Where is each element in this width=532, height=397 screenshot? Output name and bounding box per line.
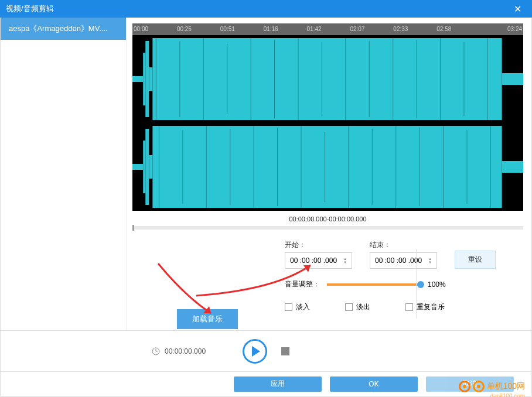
tick: 00:51	[219, 23, 262, 35]
volume-row: 音量调整： 100%	[132, 269, 523, 289]
watermark-url: danji100.com	[490, 393, 525, 397]
svg-rect-4	[149, 67, 152, 91]
sidebar: aespa《Armageddon》MV....	[1, 18, 127, 330]
divider	[416, 249, 417, 319]
fade-in-checkbox[interactable]: 淡入	[285, 302, 310, 312]
logo-icon	[473, 381, 485, 392]
volume-slider[interactable]	[327, 283, 421, 286]
ok-button[interactable]: OK	[330, 377, 418, 392]
tick: 03:24	[479, 23, 523, 35]
checkbox-icon	[345, 303, 353, 311]
main-area: aespa《Armageddon》MV.... 00:00 00:25 00:5…	[0, 18, 532, 331]
start-time-input[interactable]: 00 :00 :00 .000 ▲▼	[285, 252, 352, 269]
tick: 01:16	[262, 23, 306, 35]
titlebar: 视频/音频剪辑 ✕	[0, 0, 532, 18]
tick: 02:33	[392, 23, 435, 35]
content-area: 00:00 00:25 00:51 01:16 01:42 02:07 02:3…	[127, 18, 531, 330]
svg-rect-27	[152, 126, 502, 208]
tick: 00:25	[176, 23, 219, 35]
end-label: 结束：	[370, 240, 437, 250]
seek-bar[interactable]	[132, 226, 523, 230]
svg-rect-25	[145, 129, 149, 205]
checkbox-icon	[405, 303, 413, 311]
svg-rect-3	[145, 41, 149, 117]
tick: 02:07	[349, 23, 392, 35]
start-time-group: 开始： 00 :00 :00 .000 ▲▼	[285, 240, 352, 269]
reset-button[interactable]: 重设	[455, 251, 496, 269]
slider-thumb-icon[interactable]	[417, 281, 424, 288]
load-music-button[interactable]: 加载音乐	[177, 309, 238, 329]
svg-rect-5	[152, 38, 502, 120]
clock-icon	[152, 347, 160, 355]
waveform-right	[132, 123, 523, 211]
volume-percent: 100%	[428, 280, 446, 289]
waveform-left	[132, 35, 523, 123]
timeline-ruler[interactable]: 00:00 00:25 00:51 01:16 01:42 02:07 02:3…	[132, 23, 523, 35]
start-label: 开始：	[285, 240, 352, 250]
svg-rect-21	[502, 73, 523, 85]
end-time-input[interactable]: 00 :00 :00 .000 ▲▼	[370, 252, 437, 269]
tick: 00:00	[132, 23, 176, 35]
clock-display: 00:00:00.000	[152, 347, 206, 355]
waveform-display[interactable]	[132, 35, 523, 211]
file-list-item[interactable]: aespa《Armageddon》MV....	[1, 18, 126, 40]
fade-out-checkbox[interactable]: 淡出	[345, 302, 370, 312]
watermark: 单机100网	[459, 381, 525, 392]
apply-button[interactable]: 应用	[234, 377, 322, 392]
stepper-icon[interactable]: ▲▼	[428, 257, 432, 264]
window-title: 视频/音频剪辑	[6, 4, 509, 14]
svg-rect-23	[132, 164, 143, 170]
tick: 01:42	[306, 23, 349, 35]
svg-rect-43	[502, 161, 523, 173]
trim-controls: 开始： 00 :00 :00 .000 ▲▼ 结束： 00 :00 :00 .0…	[132, 240, 523, 269]
close-icon[interactable]: ✕	[509, 4, 526, 15]
stepper-icon[interactable]: ▲▼	[343, 257, 347, 264]
volume-label: 音量调整：	[285, 279, 320, 289]
svg-rect-1	[132, 76, 143, 82]
play-button[interactable]	[243, 339, 267, 364]
tick: 02:58	[435, 23, 479, 35]
svg-rect-2	[143, 53, 145, 105]
svg-rect-26	[149, 155, 152, 179]
start-value: 00 :00 :00 .000	[290, 256, 337, 265]
end-value: 00 :00 :00 .000	[375, 256, 422, 265]
repeat-checkbox[interactable]: 重复音乐	[405, 302, 445, 312]
time-range-label: 00:00:00.000-00:00:00.000	[132, 215, 523, 223]
stop-button[interactable]	[281, 347, 289, 355]
end-time-group: 结束： 00 :00 :00 .000 ▲▼	[370, 240, 437, 269]
checkbox-icon	[285, 303, 292, 311]
playback-bar: 00:00:00.000	[0, 331, 532, 372]
svg-rect-24	[143, 141, 145, 193]
logo-icon	[459, 381, 470, 392]
play-icon	[252, 346, 260, 357]
watermark-text: 单机100网	[487, 381, 525, 392]
bottom-action-bar: 应用 OK 取消	[0, 372, 532, 396]
